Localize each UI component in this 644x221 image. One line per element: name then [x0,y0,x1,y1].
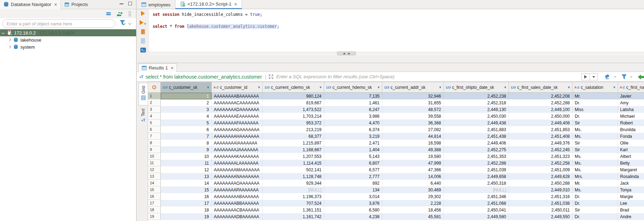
cell-c_salutation[interactable]: Dr. [573,193,618,200]
cell-c_current_addr_sk[interactable]: 45,581 [382,213,444,220]
panel-sash[interactable] [137,55,644,63]
expand-filter-icon[interactable] [269,74,273,79]
cell-c_salutation[interactable]: Sir [573,207,618,213]
cell-c_current_cdemo_sk[interactable]: 1,215,897 [263,140,324,146]
tree-item-lakehouse[interactable]: lakehouse [0,36,136,43]
cell-c_customer_sk[interactable]: 19 [161,213,212,220]
cell-c_current_addr_sk[interactable]: 18,456 [382,207,444,213]
row-number[interactable]: 12 [148,166,161,173]
cell-c_customer_id[interactable]: AAAAAAAACBAAAAAA [212,207,263,213]
cell-c_current_cdemo_sk[interactable]: [NULL] [263,186,324,193]
cell-c_first_sales_date_sk[interactable]: 2,450,011 [509,207,573,213]
cell-c_first_shipto_date_sk[interactable]: 2,449,658 [444,173,509,180]
sql-editor[interactable]: set session hide_inaccessible_columns = … [149,9,644,52]
cell-c_current_cdemo_sk[interactable]: 1,361,151 [263,207,324,213]
cell-c_first_shipto_date_sk[interactable]: [NULL] [444,186,509,193]
execute-new-tab-icon[interactable]: + [137,18,149,27]
row-number[interactable]: 17 [148,200,161,207]
cell-c_first_shipto_date_sk[interactable]: 2,452,288 [444,160,509,166]
cell-c_customer_id[interactable]: AAAAAAAABBAAAAAA [212,200,263,207]
cell-c_first_na[interactable]: Robert [618,119,644,126]
cell-c_customer_sk[interactable]: 2 [161,99,212,106]
cell-c_customer_sk[interactable]: 1 [161,93,212,99]
cell-c_current_hdemo_sk[interactable]: 3,014 [324,193,382,200]
cell-c_customer_id[interactable]: AAAAAAAALAAAAAAA [212,160,263,166]
filters-menu-dropdown[interactable] [630,75,632,78]
search-input[interactable] [2,19,115,28]
cell-c_first_shipto_date_sk[interactable]: 2,452,238 [444,93,509,99]
cell-c_salutation[interactable]: Mrs. [573,173,618,180]
row-number[interactable]: 4 [148,113,161,119]
cell-c_current_cdemo_sk[interactable]: 1,703,214 [263,113,324,119]
cell-c_customer_id[interactable]: AAAAAAAAEAAAAAAA [212,113,263,119]
cell-c_first_sales_date_sk[interactable]: 2,449,550 [509,213,573,220]
cell-c_first_sales_date_sk[interactable]: 2,451,323 [509,153,573,160]
column-header-c_first_shipto_date_sk[interactable]: 123c_first_shipto_date_sk▼ [444,82,509,92]
cell-c_current_cdemo_sk[interactable]: 502,141 [263,166,324,173]
chevron-down-icon[interactable] [2,31,5,34]
cell-c_first_na[interactable]: Margie [618,193,644,200]
cell-c_customer_id[interactable]: AAAAAAAAGAAAAAAA [212,126,263,133]
close-icon[interactable]: × [234,2,237,7]
column-header-c_customer_sk[interactable]: 123c_customer_sk▼ [161,82,212,92]
cell-c_customer_id[interactable]: AAAAAAAAIAAAAAAA [212,140,263,146]
cell-c_current_cdemo_sk[interactable]: 68,377 [263,133,324,140]
navigate-back-icon[interactable] [638,74,644,80]
cell-c_customer_sk[interactable]: 8 [161,140,212,146]
cell-c_current_hdemo_sk[interactable]: 5,143 [324,153,382,160]
cell-c_first_sales_date_sk[interactable]: 2,451,316 [509,193,573,200]
cell-c_customer_id[interactable]: AAAAAAAACAAAAAAA [212,99,263,106]
cell-c_customer_id[interactable]: AAAAAAAAMAAAAAAA [212,166,263,173]
cell-c_customer_id[interactable]: AAAAAAAAOAAAAAAA [212,180,263,186]
cell-c_current_hdemo_sk[interactable]: 6,247 [324,106,382,113]
cell-c_first_na[interactable]: Amy [618,99,644,106]
cell-c_current_hdemo_sk[interactable]: 7,135 [324,93,382,99]
cell-c_customer_id[interactable]: AAAAAAAADAAAAAAA [212,106,263,113]
explain-plan-icon[interactable] [137,37,149,45]
cell-c_current_cdemo_sk[interactable]: 980,124 [263,93,324,99]
cell-c_first_sales_date_sk[interactable]: 2,451,038 [509,200,573,207]
cell-c_first_sales_date_sk[interactable]: 2,449,010 [509,186,573,193]
column-filter-dropdown-icon[interactable]: ▼ [613,86,616,89]
row-number[interactable]: 6 [148,126,161,133]
cell-c_first_sales_date_sk[interactable]: 2,451,853 [509,126,573,133]
row-number[interactable]: 11 [148,160,161,166]
cell-c_first_na[interactable]: Brad [618,207,644,213]
column-header-c_first_na[interactable]: A-Zc_first_na▼ [618,82,644,92]
cell-c_salutation[interactable]: Ms. [573,126,618,133]
editor-hscrollbar[interactable] [149,52,644,55]
execute-script-icon[interactable] [137,27,149,36]
cell-c_first_sales_date_sk[interactable]: 2,450,288 [509,180,573,186]
cell-c_first_na[interactable]: Latisha [618,106,644,113]
tree-item-system[interactable]: system [0,43,136,50]
presentation-tab-text[interactable]: Text «T [139,106,148,127]
cell-c_first_shipto_date_sk[interactable]: 2,451,039 [444,166,509,173]
cell-c_current_hdemo_sk[interactable]: 1,461 [324,99,382,106]
cell-c_salutation[interactable]: Dr. [573,213,618,220]
cell-c_current_cdemo_sk[interactable]: 707,524 [263,200,324,207]
row-number[interactable]: 1 [148,93,161,99]
chevron-right-icon[interactable] [8,45,11,48]
cell-c_customer_sk[interactable]: 18 [161,207,212,213]
cell-c_current_hdemo_sk[interactable]: 3,219 [324,133,382,140]
column-header-c_current_cdemo_sk[interactable]: 123c_current_cdemo_sk▼ [263,82,324,92]
row-number[interactable]: 14 [148,180,161,186]
cell-c_salutation[interactable]: Mr. [573,180,618,186]
cell-c_current_hdemo_sk[interactable]: 3,986 [324,113,382,119]
cell-c_customer_id[interactable]: AAAAAAAAHAAAAAAA [212,133,263,140]
presentation-tab-grid[interactable]: Grid [139,83,148,105]
cell-c_current_cdemo_sk[interactable]: 1,207,553 [263,153,324,160]
cell-c_first_na[interactable]: Andre [618,213,644,220]
cell-c_customer_sk[interactable]: 13 [161,173,212,180]
cell-c_current_addr_sk[interactable]: 2,228 [382,200,444,207]
cell-c_customer_id[interactable]: AAAAAAAAPAAAAAAA [212,186,263,193]
erase-filter-icon[interactable] [604,74,611,80]
cell-c_first_shipto_date_sk[interactable]: 2,451,438 [444,133,509,140]
cell-c_customer_sk[interactable]: 5 [161,119,212,126]
cell-c_first_na[interactable]: Karl [618,146,644,153]
cell-c_first_sales_date_sk[interactable]: 2,452,258 [509,160,573,166]
cell-c_first_na[interactable]: Jack [618,180,644,186]
row-number[interactable]: 15 [148,186,161,193]
cell-c_salutation[interactable]: Mr. [573,93,618,99]
cell-c_first_shipto_date_sk[interactable]: 2,451,353 [444,153,509,160]
